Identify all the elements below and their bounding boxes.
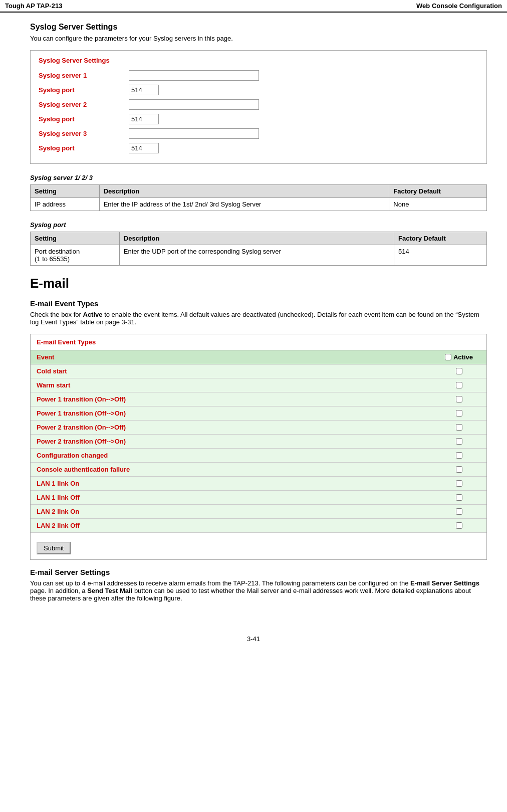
event-checkbox-cell [431, 378, 486, 392]
syslog-port2-row: Syslog port [39, 114, 478, 124]
event-name: Power 2 transition (Off-->On) [31, 435, 431, 448]
syslog-server1-input[interactable] [129, 70, 259, 81]
syslog-server3-row: Syslog server 3 [39, 128, 478, 139]
event-name: LAN 2 link Off [31, 519, 431, 532]
event-checkbox-cell [431, 491, 486, 504]
lan1-link-off-checkbox[interactable] [456, 494, 462, 501]
syslog-port1-input[interactable] [129, 85, 159, 95]
active-all-checkbox[interactable] [445, 354, 451, 360]
config-changed-checkbox[interactable] [456, 452, 462, 459]
event-name: LAN 2 link On [31, 505, 431, 518]
syslog-port2-label: Syslog port [39, 115, 129, 123]
list-item: Warm start [31, 378, 486, 392]
syslog-server3-input[interactable] [129, 128, 259, 139]
event-checkbox-cell [431, 435, 486, 448]
email-event-box-title: E-mail Event Types [31, 334, 486, 350]
event-name: Configuration changed [31, 449, 431, 462]
list-item: LAN 2 link On [31, 505, 486, 519]
list-item: Power 2 transition (On-->Off) [31, 421, 486, 435]
syslog-port1-row: Syslog port [39, 85, 478, 95]
warm-start-checkbox[interactable] [456, 382, 462, 388]
syslog-server2-label: Syslog server 2 [39, 101, 129, 108]
email-server-desc: You can set up to 4 e-mail addresses to … [30, 579, 487, 602]
port-cell-setting: Port destination(1 to 65535) [31, 245, 120, 266]
syslog-port3-row: Syslog port [39, 143, 478, 153]
email-event-box: E-mail Event Types Event Active Cold sta… [30, 334, 487, 560]
server-row-1: IP address Enter the IP address of the 1… [31, 198, 487, 211]
server-col-default: Factory Default [389, 185, 487, 198]
page-number: 3-41 [247, 635, 260, 643]
port-col-setting: Setting [31, 232, 120, 245]
server-col-description: Description [99, 185, 389, 198]
syslog-form-box: Syslog Server Settings Syslog server 1 S… [30, 50, 487, 164]
event-checkbox-cell [431, 364, 486, 378]
syslog-description: You can configure the parameters for you… [30, 35, 487, 42]
port-settings-table: Setting Description Factory Default Port… [30, 232, 487, 266]
port-row-1: Port destination(1 to 65535) Enter the U… [31, 245, 487, 266]
syslog-server2-input[interactable] [129, 99, 259, 110]
server-table-subtitle: Syslog server 1/ 2/ 3 [30, 174, 487, 181]
power1-on-off-checkbox[interactable] [456, 396, 462, 402]
event-checkbox-cell [431, 421, 486, 434]
syslog-port2-input[interactable] [129, 114, 159, 124]
event-col-header: Event [31, 350, 431, 364]
event-name: LAN 1 link Off [31, 491, 431, 504]
product-name: Tough AP TAP-213 [5, 2, 62, 10]
email-event-desc: Check the box for Active to enable the e… [30, 311, 487, 326]
syslog-server3-label: Syslog server 3 [39, 130, 129, 137]
syslog-port3-label: Syslog port [39, 144, 129, 152]
list-item: LAN 1 link Off [31, 491, 486, 505]
server-settings-table: Setting Description Factory Default IP a… [30, 184, 487, 211]
main-content: Syslog Server Settings You can configure… [0, 13, 507, 620]
power2-on-off-checkbox[interactable] [456, 424, 462, 431]
port-col-default: Factory Default [394, 232, 487, 245]
email-section-title: E-mail [30, 276, 487, 291]
list-item: LAN 2 link Off [31, 519, 486, 533]
event-checkbox-cell [431, 505, 486, 518]
server-cell-setting: IP address [31, 198, 100, 211]
active-label: Active [453, 353, 473, 361]
event-name: Power 2 transition (On-->Off) [31, 421, 431, 434]
list-item: Cold start [31, 364, 486, 378]
event-checkbox-cell [431, 449, 486, 462]
email-event-types-title: E-mail Event Types [30, 299, 487, 308]
active-bold: Active [83, 311, 103, 318]
list-item: Configuration changed [31, 449, 486, 463]
event-name: Warm start [31, 378, 431, 392]
syslog-title: Syslog Server Settings [30, 23, 487, 32]
page-footer: 3-41 [0, 635, 507, 643]
power1-off-on-checkbox[interactable] [456, 410, 462, 417]
server-col-setting: Setting [31, 185, 100, 198]
server-cell-default: None [389, 198, 487, 211]
active-col-header: Active [431, 350, 486, 364]
power2-off-on-checkbox[interactable] [456, 438, 462, 445]
event-name: LAN 1 link On [31, 477, 431, 490]
list-item: Console authentication failure [31, 463, 486, 477]
event-name: Console authentication failure [31, 463, 431, 476]
event-checkbox-cell [431, 392, 486, 406]
event-table-header: Event Active [31, 350, 486, 364]
event-name: Power 1 transition (Off-->On) [31, 407, 431, 420]
syslog-server2-row: Syslog server 2 [39, 99, 478, 110]
page-section: Web Console Configuration [416, 2, 502, 10]
submit-button[interactable]: Submit [37, 542, 71, 554]
event-name: Cold start [31, 364, 431, 378]
email-server-settings-bold: E-mail Server Settings [410, 579, 479, 587]
page-header: Tough AP TAP-213 Web Console Configurati… [0, 0, 507, 13]
email-server-settings-title: E-mail Server Settings [30, 568, 487, 576]
syslog-port1-label: Syslog port [39, 86, 129, 94]
list-item: LAN 1 link On [31, 477, 486, 491]
event-checkbox-cell [431, 407, 486, 420]
console-auth-failure-checkbox[interactable] [456, 466, 462, 473]
syslog-port3-input[interactable] [129, 143, 159, 153]
send-test-mail-bold: Send Test Mail [87, 587, 132, 594]
syslog-server1-label: Syslog server 1 [39, 72, 129, 79]
port-table-subtitle: Syslog port [30, 221, 487, 229]
lan2-link-off-checkbox[interactable] [456, 522, 462, 529]
cold-start-checkbox[interactable] [456, 368, 462, 374]
lan1-link-on-checkbox[interactable] [456, 480, 462, 487]
lan2-link-on-checkbox[interactable] [456, 508, 462, 515]
event-checkbox-cell [431, 519, 486, 532]
list-item: Power 1 transition (Off-->On) [31, 407, 486, 421]
server-cell-description: Enter the IP address of the 1st/ 2nd/ 3r… [99, 198, 389, 211]
